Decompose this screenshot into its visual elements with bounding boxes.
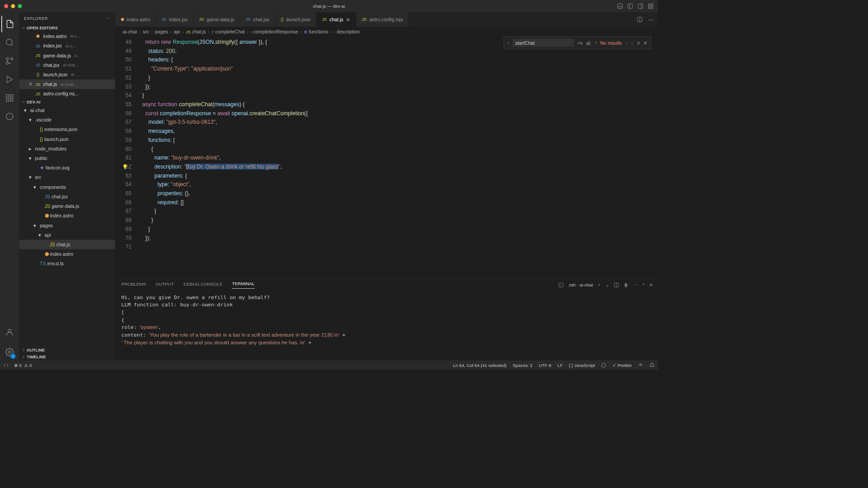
file-item[interactable]: JSchat.jsx [19, 192, 115, 201]
split-editor-icon[interactable] [637, 16, 643, 23]
find-input[interactable] [513, 39, 574, 47]
close-panel-icon[interactable]: ✕ [649, 282, 653, 287]
panel-tab[interactable]: PROBLEMS [121, 282, 146, 289]
breadcrumb-item[interactable]: pages [155, 29, 168, 34]
close-find-icon[interactable]: ✕ [643, 40, 647, 46]
search-icon[interactable] [1, 34, 18, 51]
explorer-icon[interactable] [1, 16, 18, 32]
folder-item[interactable]: ▾api [19, 230, 115, 239]
split-terminal-icon[interactable] [613, 282, 619, 288]
errors-count[interactable]: ⊗ 0 ⚠ 0 [14, 362, 32, 367]
prettier-status[interactable]: ✓ Prettier [613, 362, 632, 367]
layout-sidebar-icon[interactable] [627, 3, 633, 9]
breadcrumb-item[interactable]: ▫ completionResponse [250, 29, 298, 34]
bell-icon[interactable] [649, 362, 654, 367]
project-section[interactable]: DEV-AI [19, 99, 115, 105]
editor-tab[interactable]: JSgame-data.js [193, 12, 240, 27]
file-item[interactable]: TSenv.d.ts [19, 259, 115, 268]
tab-more-icon[interactable]: ⋯ [648, 16, 653, 23]
extensions-icon[interactable] [1, 90, 18, 106]
sidebar-more-icon[interactable]: ⋯ [106, 16, 110, 21]
open-editor-item[interactable]: ✕JSchat.jsai-chat/… [19, 80, 115, 89]
open-editor-item[interactable]: JSindex.jsxai-c… [19, 41, 115, 51]
match-case-icon[interactable]: Aa [578, 40, 583, 45]
open-editor-item[interactable]: ⬢index.astroai-c… [19, 32, 115, 41]
code-editor[interactable]: › Aa ab .* No results ↑ ↓ ≡ ✕ 4849505152… [115, 36, 658, 278]
prev-match-icon[interactable]: ↑ [625, 40, 627, 46]
kill-terminal-icon[interactable]: 🗑 [624, 282, 628, 287]
breadcrumb-item[interactable]: api [174, 29, 180, 34]
editor-tab[interactable]: JSastro.config.mjs [356, 12, 409, 27]
maximize-window[interactable] [18, 4, 22, 8]
outline-section[interactable]: OUTLINE [19, 347, 115, 353]
find-filter-icon[interactable]: ≡ [637, 40, 640, 46]
breadcrumb-item[interactable]: ▫ description [334, 29, 360, 34]
folder-item[interactable]: ▾components [19, 182, 115, 192]
layout-panel-icon[interactable] [617, 3, 623, 9]
terminal-shell-icon[interactable] [558, 282, 564, 288]
breadcrumb-item[interactable]: ai-chat [123, 29, 137, 34]
terminal-dropdown-icon[interactable]: ⌄ [605, 282, 609, 287]
terminal-shell-label[interactable]: zsh - ai-chat [569, 282, 593, 287]
new-terminal-icon[interactable]: + [598, 282, 600, 287]
breadcrumb-item[interactable]: ƒ completeChat [212, 29, 245, 34]
match-word-icon[interactable]: ab [586, 40, 590, 45]
layout-grid-icon[interactable] [648, 3, 654, 9]
maximize-panel-icon[interactable]: ^ [642, 282, 645, 287]
cursor-position[interactable]: Ln 64, Col 64 (41 selected) [453, 362, 506, 367]
file-item[interactable]: ⬢index.astro [19, 211, 115, 221]
radio-icon[interactable] [638, 362, 643, 367]
file-item[interactable]: ⬢index.astro [19, 249, 115, 259]
regex-icon[interactable]: .* [594, 40, 597, 45]
remote-icon[interactable] [4, 362, 9, 367]
svg-rect-4 [638, 4, 643, 9]
file-item[interactable]: JSgame-data.js [19, 202, 115, 211]
terminal-output[interactable]: Hi, can you give Dr. owen a refill on my… [115, 291, 658, 360]
folder-item[interactable]: ▾src [19, 173, 115, 182]
file-item[interactable]: {}launch.json [19, 134, 115, 144]
open-editor-item[interactable]: JSgame-data.jsa… [19, 51, 115, 60]
debug-icon[interactable] [1, 71, 18, 88]
open-editor-item[interactable]: JSastro.config.mj… [19, 89, 115, 99]
panel-tab[interactable]: TERMINAL [232, 281, 255, 289]
encoding[interactable]: UTF-8 [538, 362, 551, 367]
editor-tab[interactable]: ⬢index.astro [115, 12, 156, 27]
layout-right-icon[interactable] [637, 3, 644, 9]
open-editor-item[interactable]: JSchat.jsxai-chat… [19, 60, 115, 70]
editor-tab[interactable]: JSchat.js✕ [316, 12, 356, 27]
editor-tab[interactable]: {}launch.json [275, 12, 316, 27]
chevron-right-icon[interactable]: › [508, 40, 509, 46]
breadcrumb-item[interactable]: src [143, 29, 149, 34]
file-item[interactable]: ★favicon.svg [19, 163, 115, 173]
editor-tab[interactable]: JSindex.jsx [156, 12, 193, 27]
file-item[interactable]: JSchat.js [19, 240, 115, 249]
breadcrumb-item[interactable]: JS chat.js [186, 29, 206, 34]
svg-point-22 [9, 351, 11, 353]
timeline-section[interactable]: TIMELINE [19, 353, 115, 360]
breadcrumbs[interactable]: ai-chat›src›pages›api›JS chat.js›ƒ compl… [115, 27, 658, 36]
folder-item[interactable]: ▾pages [19, 221, 115, 230]
panel-tab[interactable]: OUTPUT [156, 282, 174, 289]
settings-gear-icon[interactable]: 1 [1, 344, 18, 360]
source-control-icon[interactable] [1, 53, 18, 69]
open-editor-item[interactable]: {}launch.jsonai-… [19, 70, 115, 80]
folder-item[interactable]: ▾ai-chat [19, 105, 115, 115]
file-item[interactable]: {}extensions.json [19, 125, 115, 134]
folder-item[interactable]: ▸node_modules [19, 144, 115, 153]
close-window[interactable] [4, 4, 8, 8]
breadcrumb-item[interactable]: ⚙ functions [304, 29, 328, 34]
next-match-icon[interactable]: ↓ [631, 40, 633, 46]
more-terminal-icon[interactable]: ⋯ [633, 282, 638, 287]
minimize-window[interactable] [11, 4, 15, 8]
folder-item[interactable]: ▾.vscode [19, 115, 115, 125]
open-editors-section[interactable]: OPEN EDITORS [19, 25, 115, 32]
edge-icon[interactable] [1, 108, 18, 125]
language-mode[interactable]: { } JavaScript [569, 362, 595, 367]
editor-tab[interactable]: JSchat.jsx [240, 12, 275, 27]
indentation[interactable]: Spaces: 2 [513, 362, 533, 367]
folder-item[interactable]: ▾public [19, 154, 115, 163]
eol[interactable]: LF [557, 362, 563, 367]
feedback-icon[interactable] [601, 362, 606, 367]
account-icon[interactable] [1, 324, 18, 340]
panel-tab[interactable]: DEBUG CONSOLE [184, 282, 222, 289]
